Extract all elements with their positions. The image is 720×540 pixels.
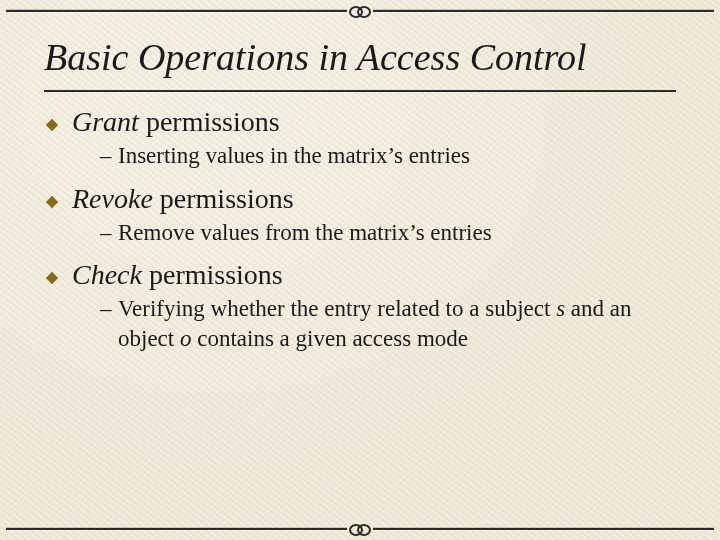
operation-rest: permissions xyxy=(142,259,283,290)
diamond-bullet-icon xyxy=(44,265,61,282)
list-item: Grant permissions Inserting values in th… xyxy=(44,104,676,171)
operation-rest: permissions xyxy=(139,106,280,137)
sub-item: Verifying whether the entry related to a… xyxy=(100,294,676,354)
operation-verb: Revoke xyxy=(72,183,153,214)
decorative-border-bottom xyxy=(6,524,714,534)
sub-list: Verifying whether the entry related to a… xyxy=(72,294,676,354)
sub-text: Verifying whether the entry related to a… xyxy=(118,296,556,321)
sub-item: Remove values from the matrix’s entries xyxy=(100,218,676,248)
bullet-list: Grant permissions Inserting values in th… xyxy=(44,104,676,355)
sub-item: Inserting values in the matrix’s entries xyxy=(100,141,676,171)
slide-content: Basic Operations in Access Control Grant… xyxy=(44,30,676,360)
operation-verb: Grant xyxy=(72,106,139,137)
list-item: Check permissions Verifying whether the … xyxy=(44,257,676,354)
diamond-bullet-icon xyxy=(44,112,61,129)
diamond-bullet-icon xyxy=(44,189,61,206)
sub-list: Inserting values in the matrix’s entries xyxy=(72,141,676,171)
decorative-border-top xyxy=(6,6,714,16)
sub-text: contains a given access mode xyxy=(191,326,468,351)
slide-title: Basic Operations in Access Control xyxy=(44,36,676,92)
operation-rest: permissions xyxy=(153,183,294,214)
var-o: o xyxy=(180,326,192,351)
sub-list: Remove values from the matrix’s entries xyxy=(72,218,676,248)
operation-verb: Check xyxy=(72,259,142,290)
var-s: s xyxy=(556,296,565,321)
list-item: Revoke permissions Remove values from th… xyxy=(44,181,676,248)
